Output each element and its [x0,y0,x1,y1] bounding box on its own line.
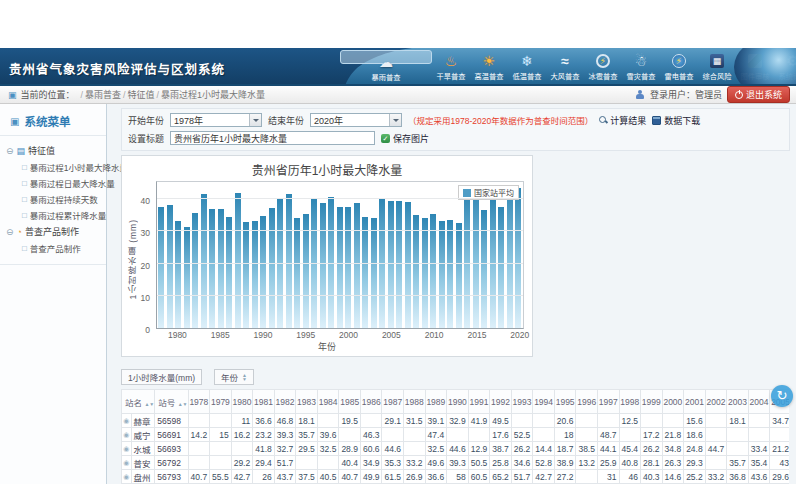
value-cell: 36.4 [404,484,426,485]
earth-globe-graphic [734,48,796,86]
breadcrumb-item[interactable]: 暴雨过程1小时最大降水量 [161,90,265,100]
calc-result-button[interactable]: 计算结果 [599,114,646,127]
value-cell: 33.1 [382,484,404,485]
column-header-year-1996[interactable]: 1996 [576,390,598,414]
column-header-year-2001[interactable]: 2001 [684,390,706,414]
value-cell: 51.3 [210,484,232,485]
column-header-year-2003[interactable]: 2003 [727,390,749,414]
toolbar-item-综合风险[interactable]: ▦综合风险 [698,50,736,82]
drought-icon: ♨ [445,52,458,70]
column-header-year-1998[interactable]: 1998 [619,390,641,414]
chevron-down-icon[interactable] [249,114,261,126]
value-cell: 30 [727,484,749,485]
toolbar-item-干旱普查[interactable]: ♨干旱普查 [432,50,470,82]
rain-icon: ☁ [379,53,393,71]
column-header-year-1988[interactable]: 1988 [404,390,426,414]
column-header-year-1992[interactable]: 1992 [490,390,512,414]
sidebar-item-暴雨过程1小时最大降水量[interactable]: □暴雨过程1小时最大降水量 [6,159,104,175]
column-header-year-1980[interactable]: 1980 [231,390,253,414]
value-cell: 39.3 [274,428,296,442]
toolbar-item-label: 高温普查 [475,71,504,81]
column-header-year-2000[interactable]: 2000 [662,390,684,414]
wind-icon: ≈ [561,52,569,70]
value-cell: 29.1 [382,414,404,428]
value-filter-button[interactable]: 1小时降水量(mm) [121,369,202,385]
refresh-float-button[interactable]: ↻ [771,385,793,407]
toolbar-item-雷电普查[interactable]: ⚡雷电普查 [660,50,698,82]
breadcrumb-item[interactable]: 暴雨普查 [85,90,121,100]
column-header-year-2004[interactable]: 2004 [748,390,770,414]
sidebar-item-暴雨过程累计降水量[interactable]: □暴雨过程累计降水量 [6,207,104,223]
breadcrumb-item[interactable]: 特征值 [128,90,155,100]
column-header-year-1995[interactable]: 1995 [554,390,576,414]
column-header-year-1981[interactable]: 1981 [253,390,275,414]
column-header-year-2002[interactable]: 2002 [705,390,727,414]
sidebar-tree: ⊖▤特征值□暴雨过程1小时最大降水量□暴雨过程日最大降水量□暴雨过程持续天数□暴… [0,136,106,256]
chart-title-input[interactable] [170,131,375,145]
value-cell [404,442,426,456]
column-header-year-1987[interactable]: 1987 [382,390,404,414]
column-header-year-1986[interactable]: 1986 [360,390,382,414]
sidebar-group-特征值[interactable]: ⊖▤特征值 [6,142,104,159]
value-cell [468,428,490,442]
expander-icon[interactable]: ⊖ [6,227,14,237]
chevron-down-icon[interactable] [389,114,401,126]
column-header-year-1979[interactable]: 1979 [210,390,232,414]
sidebar-item-暴雨过程日最大降水量[interactable]: □暴雨过程日最大降水量 [6,175,104,191]
toolbar-item-大风普查[interactable]: ≈大风普查 [546,50,584,82]
end-year-select[interactable]: 2020年 [310,113,402,127]
row-select-radio[interactable]: ◉ [122,484,132,485]
column-header-year-1990[interactable]: 1990 [447,390,469,414]
toolbar-item-label: 干旱普查 [437,71,466,81]
value-cell: 14.6 [662,470,684,484]
value-cell [576,428,598,442]
page-icon: □ [22,163,27,172]
value-cell: 44.6 [382,442,404,456]
bar-1984 [209,209,215,328]
bar-1994 [294,218,300,328]
row-select-radio[interactable]: ◉ [122,442,132,456]
sidebar-group-普查产品制作[interactable]: ⊖◔普查产品制作 [6,223,104,240]
column-header-year-1978[interactable]: 1978 [188,390,210,414]
toolbar-item-低温普查[interactable]: ❄低温普查 [508,50,546,82]
value-cell [404,428,426,442]
value-cell: 24.8 [684,442,706,456]
year-sort-button[interactable]: 年份 ▲▼ [214,369,254,385]
toolbar-item-冰雹普查[interactable]: ⚡冰雹普查 [584,50,622,82]
column-header-year-1997[interactable]: 1997 [597,390,619,414]
value-cell [511,414,533,428]
toolbar-item-高温普查[interactable]: ☀高温普查 [470,50,508,82]
column-header-station-name[interactable]: 站名 ▲▼ [122,390,155,414]
expander-icon[interactable]: ⊖ [6,146,14,156]
column-header-year-1984[interactable]: 1984 [317,390,339,414]
value-cell: 17.2 [641,428,663,442]
logout-button[interactable]: 退出系统 [727,86,790,103]
row-select-radio[interactable]: ◉ [122,456,132,470]
column-header-year-1989[interactable]: 1989 [425,390,447,414]
column-header-station-id[interactable]: 站号 ▲▼ [155,390,188,414]
column-header-year-1985[interactable]: 1985 [339,390,361,414]
value-cell: 42.7 [533,470,555,484]
toolbar-item-暴雨普查[interactable]: ☁暴雨普查 [340,50,432,64]
value-cell: 32.7 [274,442,296,456]
start-year-select[interactable]: 1978年 [170,113,262,127]
search-icon [599,116,607,124]
column-header-year-1983[interactable]: 1983 [296,390,318,414]
hail-icon: ⚡ [596,52,610,70]
row-select-radio[interactable]: ◉ [122,470,132,484]
row-select-radio[interactable]: ◉ [122,414,132,428]
row-select-radio[interactable]: ◉ [122,428,132,442]
data-download-button[interactable]: 数据下载 [652,114,700,127]
column-header-year-1994[interactable]: 1994 [533,390,555,414]
column-header-year-1982[interactable]: 1982 [274,390,296,414]
sidebar-item-普查产品制作[interactable]: □普查产品制作 [6,240,104,256]
column-header-year-1999[interactable]: 1999 [641,390,663,414]
column-header-year-1993[interactable]: 1993 [511,390,533,414]
column-header-year-1991[interactable]: 1991 [468,390,490,414]
sidebar-item-暴雨过程持续天数[interactable]: □暴雨过程持续天数 [6,191,104,207]
save-image-button[interactable]: ✓ 保存图片 [381,132,429,145]
value-cell: 35.7 [296,428,318,442]
toolbar-item-雪灾普查[interactable]: ☃雪灾普查 [622,50,660,82]
value-cell [619,428,641,442]
value-cell: 46 [619,470,641,484]
